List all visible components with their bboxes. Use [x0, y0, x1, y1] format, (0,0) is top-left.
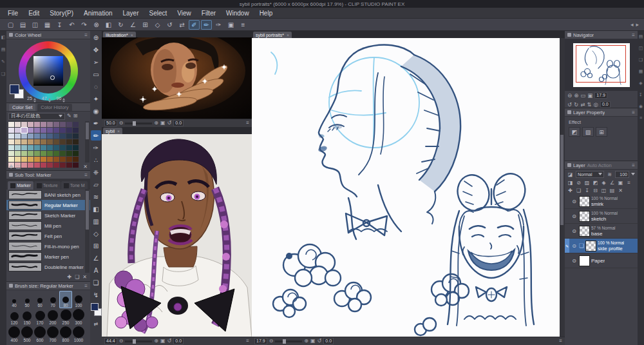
color-swatch[interactable] [73, 145, 79, 150]
tool-selection[interactable]: ▭ [91, 69, 101, 79]
brush-size-option[interactable]: 170 [33, 308, 46, 326]
color-swatch[interactable] [60, 139, 66, 144]
swap-colors-icon[interactable]: ⇄ [91, 319, 101, 329]
menu-file[interactable]: File [3, 8, 23, 19]
color-swatch[interactable] [47, 139, 53, 144]
color-swatch[interactable] [66, 157, 72, 162]
open-file-icon[interactable]: ▤ [17, 20, 28, 30]
rotate-reset-icon[interactable]: ↺ [167, 339, 172, 344]
tool-fill-bucket[interactable]: ◧ [91, 204, 101, 214]
color-swatch[interactable] [15, 157, 21, 162]
rotate-reset-icon[interactable]: ↺ [167, 121, 172, 126]
color-swatch[interactable] [28, 139, 33, 144]
color-swatch[interactable] [34, 122, 40, 127]
color-swatch[interactable] [8, 151, 14, 156]
collapse-tool-icon[interactable]: ▤ [1, 47, 6, 52]
zoom-slider[interactable] [125, 340, 152, 342]
color-swatch[interactable] [47, 122, 53, 127]
delete-color-icon[interactable]: ✕ [83, 164, 88, 170]
color-swatch[interactable] [66, 133, 72, 139]
color-swatch[interactable] [53, 122, 59, 127]
tool-ruler[interactable]: ∠ [91, 253, 101, 263]
rotate-canvas-icon[interactable]: ↺ [164, 20, 175, 30]
color-swatch[interactable] [15, 145, 21, 150]
color-swatch[interactable] [8, 133, 14, 139]
primary-color-swatch[interactable] [91, 303, 99, 311]
color-swatch[interactable] [60, 151, 66, 156]
subtool-tab-tonem[interactable]: Tone M [61, 181, 88, 190]
tab-color-history[interactable]: Color History [37, 104, 71, 111]
color-swatch[interactable] [47, 145, 53, 150]
layer-visibility-icon[interactable]: ⊙ [571, 258, 578, 264]
zoom-out-icon[interactable]: ⊖ [567, 93, 572, 99]
color-swatch[interactable] [41, 128, 46, 133]
redo-icon[interactable]: ↷ [79, 20, 90, 30]
print-icon[interactable]: ▦ [42, 20, 53, 30]
brush-size-option[interactable]: 800 [59, 326, 72, 343]
panel-menu-icon[interactable]: ≡ [632, 163, 635, 168]
color-swatch[interactable] [41, 133, 46, 139]
save-icon[interactable]: ◫ [30, 20, 41, 30]
color-swatch[interactable] [41, 157, 46, 162]
color-swatch[interactable] [66, 128, 72, 133]
color-swatch[interactable] [47, 157, 53, 162]
tool-eraser[interactable]: ▱ [91, 179, 101, 190]
color-swatch[interactable] [53, 151, 59, 156]
brush-size-option[interactable]: 100 [72, 291, 85, 308]
layer-row[interactable]: ✎⊙❏100 % Normalside profile [565, 239, 638, 253]
delete-icon[interactable]: ⊗ [91, 20, 102, 30]
tab-sybil[interactable]: sybil× [103, 128, 122, 134]
canvas-vertical-scrollbar[interactable] [560, 38, 565, 337]
actual-size-icon[interactable]: ▣ [587, 93, 592, 99]
brush-size-option[interactable]: 40 [8, 291, 21, 308]
color-swatch[interactable] [53, 145, 59, 150]
color-swatch[interactable] [73, 122, 79, 127]
layer-visibility-icon[interactable]: ⊙ [571, 213, 578, 219]
color-swatch[interactable] [60, 133, 66, 139]
material-3d-icon[interactable]: ◈ [639, 81, 642, 85]
reset-rotation-icon[interactable]: ◎ [594, 102, 598, 108]
brush-size-option[interactable]: 70 [46, 291, 59, 308]
rotate-right-icon[interactable]: ↻ [574, 102, 578, 108]
color-swatch[interactable] [8, 145, 14, 150]
color-swatch[interactable] [53, 139, 59, 144]
delete-subtool-icon[interactable]: ✕ [82, 275, 87, 280]
zoom-slider-thumb[interactable] [133, 121, 136, 126]
merge-down-icon[interactable]: ⊟ [592, 187, 599, 193]
color-swatch[interactable] [21, 157, 27, 162]
zoom-in-icon[interactable]: ⊕ [154, 121, 158, 126]
new-folder-icon[interactable]: ❏ [575, 187, 582, 193]
menu-select[interactable]: Select [144, 8, 173, 19]
color-swatch[interactable] [53, 128, 59, 133]
panel-menu-icon[interactable]: ≡ [625, 179, 632, 186]
brush-item[interactable]: Fill-in-mono pen [6, 241, 90, 251]
layer-row[interactable]: ⊙100 % Normalsketch [565, 209, 638, 224]
layer-thumbnail[interactable] [585, 241, 596, 251]
collapse-history-icon[interactable]: ✎ [1, 59, 5, 64]
tool-auto-select[interactable]: ✦ [91, 94, 101, 104]
fit-screen-icon[interactable]: ▣ [160, 339, 166, 344]
zoom-in-icon[interactable]: ⊕ [304, 339, 308, 344]
color-swatch[interactable] [15, 139, 21, 144]
color-swatch[interactable] [8, 157, 14, 162]
tool-blend[interactable]: ≋ [91, 192, 101, 202]
transfer-down-icon[interactable]: ↧ [583, 187, 591, 193]
tool-airbrush[interactable]: ∴ [91, 155, 101, 165]
tool-lasso[interactable]: ◌ [91, 81, 101, 92]
zoom-out-icon[interactable]: ⊖ [269, 339, 274, 344]
close-icon[interactable]: × [117, 129, 120, 133]
scroll-right-icon[interactable]: ▸ [636, 21, 639, 28]
collapse-color-icon[interactable]: ◧ [1, 35, 6, 39]
clip-to-below-icon[interactable]: ◩ [592, 179, 599, 186]
close-icon[interactable]: × [131, 33, 133, 37]
color-swatch[interactable] [41, 122, 46, 127]
panel-menu-icon[interactable]: ≡ [632, 32, 635, 38]
color-swatch[interactable] [60, 128, 66, 133]
tab-auto-action[interactable]: Auto Action [587, 163, 612, 168]
brush-size-option[interactable]: 60 [33, 291, 46, 308]
edit-color-set-icon[interactable]: ✎ [67, 113, 71, 119]
lock-layer-icon[interactable]: ⊘ [575, 179, 582, 186]
panel-menu-icon[interactable]: ≡ [84, 32, 88, 38]
brush-size-option[interactable]: 80 [59, 291, 72, 308]
stabilization-icon[interactable]: ✏ [201, 20, 212, 30]
